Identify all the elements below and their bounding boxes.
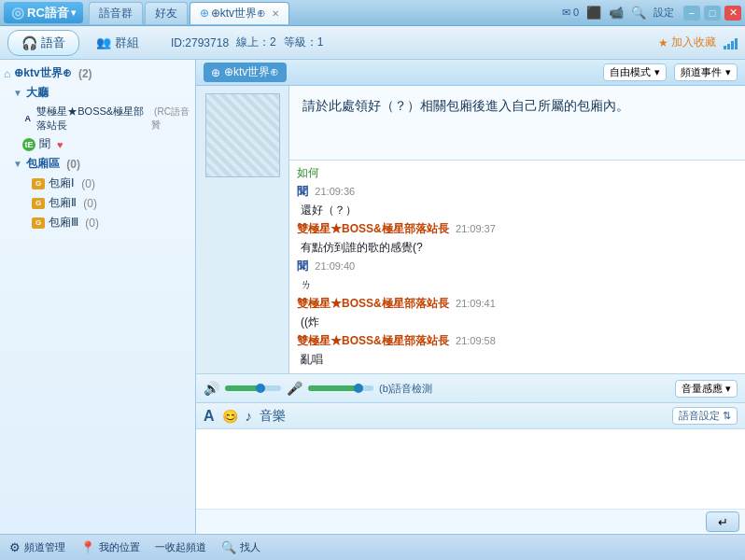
volume-arrow-icon: ▾ bbox=[725, 383, 731, 395]
speaker-slider[interactable] bbox=[225, 385, 281, 391]
room-box-icon-3: G bbox=[32, 217, 45, 229]
channel-badge: ⊕ ⊕ktv世界⊕ bbox=[204, 63, 287, 82]
message-2: 雙極星★BOSS&極星部落站長 21:09:37 bbox=[297, 220, 738, 237]
font-button[interactable]: A bbox=[204, 408, 215, 425]
collapse-icon-2: ▼ bbox=[13, 159, 22, 169]
message-2-text: 有點仿到誰的歌的感覺(? bbox=[297, 239, 738, 256]
close-button[interactable]: ✕ bbox=[724, 6, 741, 21]
channel-badge-icon: ⊕ bbox=[211, 66, 220, 79]
room-box-icon-2: G bbox=[32, 198, 45, 209]
bottom-bar: ⚙ 頻道管理 📍 我的位置 一收起頻道 🔍 找人 bbox=[0, 534, 745, 560]
send-button[interactable]: ↵ bbox=[706, 511, 739, 532]
mail-icon: ✉ 0 bbox=[562, 7, 579, 19]
tab-yuyin[interactable]: 語音群 bbox=[89, 2, 143, 24]
avatar bbox=[205, 93, 280, 177]
detection-label: (b)語音檢測 bbox=[379, 382, 432, 396]
app-logo: ◎ RC語音 ▾ bbox=[4, 2, 83, 23]
mic-icon: 🎤 bbox=[287, 381, 302, 396]
message-4: 雙極星★BOSS&極星部落站長 21:09:41 bbox=[297, 295, 738, 312]
sidebar-room-baoxiang[interactable]: ▼ 包廂區 (0) bbox=[0, 154, 195, 174]
collapse-icon: ▼ bbox=[13, 88, 22, 98]
collapse-channel-button[interactable]: 一收起頻道 bbox=[155, 540, 206, 554]
message-0: 如何 bbox=[297, 164, 738, 181]
star-icon: ★ bbox=[658, 36, 668, 49]
chat-messages[interactable]: 如何 聞 21:09:36 還好（？） 雙極星★BOSS&極星部落站長 21:0… bbox=[289, 161, 745, 373]
enter-icon: ↵ bbox=[718, 515, 728, 529]
message-3: 聞 21:09:40 bbox=[297, 258, 738, 274]
location-icon: 📍 bbox=[80, 540, 95, 554]
message-4-text: ((炸 bbox=[297, 314, 738, 330]
user-icon: tE bbox=[22, 138, 35, 151]
title-bar: ◎ RC語音 ▾ 語音群 好友 ⊕ ⊕ktv世界⊕ ✕ ✉ 0 ⬛ 📹 🔍 設定… bbox=[0, 0, 745, 26]
dropdown-arrow-icon: ▾ bbox=[654, 66, 660, 78]
sidebar-user-wen[interactable]: tE 聞 ♥ bbox=[0, 134, 195, 154]
channel-manage-button[interactable]: ⚙ 頻道管理 bbox=[9, 540, 65, 554]
room-box-icon: G bbox=[32, 178, 45, 189]
sidebar-room-3[interactable]: G 包廂Ⅲ (0) bbox=[0, 213, 195, 232]
chat-content: 請於此處領好（？）相關包廂後進入自己所屬的包廂內。 如何 聞 21:09:36 … bbox=[196, 86, 745, 373]
nav-info: ID:2793718 線上：2 等級：1 bbox=[171, 35, 323, 50]
music-note-icon: ♪ bbox=[246, 408, 253, 424]
nav-tab-yuyin[interactable]: 🎧 語音 bbox=[7, 30, 79, 56]
mode-dropdown[interactable]: 自由模式 ▾ bbox=[603, 63, 667, 81]
send-row: ↵ bbox=[196, 509, 745, 534]
close-tab-icon[interactable]: ✕ bbox=[272, 8, 279, 19]
tab-haoyou[interactable]: 好友 bbox=[145, 2, 188, 24]
heart-icon: ♥ bbox=[54, 139, 63, 150]
admin-icon: A bbox=[22, 112, 33, 125]
speaker-icon: 🔊 bbox=[204, 381, 219, 396]
nav-tab-qunzu[interactable]: 👥 群組 bbox=[83, 31, 152, 55]
sidebar-room-2[interactable]: G 包廂Ⅱ (0) bbox=[0, 193, 195, 213]
find-people-button[interactable]: 🔍 找人 bbox=[221, 540, 260, 554]
sidebar-user-boss[interactable]: A 雙極星★BOSS&極星部落站長 (RC語音贊 bbox=[0, 103, 195, 134]
music-label[interactable]: 音樂 bbox=[260, 408, 286, 425]
message-1-text: 還好（？） bbox=[297, 202, 738, 218]
video-icon[interactable]: 📹 bbox=[609, 6, 624, 20]
nav-actions: ★ 加入收藏 bbox=[658, 35, 738, 50]
volume-dropdown[interactable]: 音量感應 ▾ bbox=[675, 380, 738, 398]
avatar-panel bbox=[196, 86, 289, 373]
message-5: 雙極星★BOSS&極星部落站長 21:09:58 bbox=[297, 332, 738, 349]
sidebar-room-dali[interactable]: ▼ 大廳 bbox=[0, 83, 195, 103]
tab-ktv[interactable]: ⊕ ⊕ktv世界⊕ ✕ bbox=[190, 2, 289, 24]
title-controls: ✉ 0 ⬛ 📹 🔍 設定 − □ ✕ bbox=[562, 6, 741, 21]
home-icon: ⌂ bbox=[4, 67, 10, 80]
settings-arrow-icon: ⇅ bbox=[723, 410, 731, 422]
message-5-text: 亂唱 bbox=[297, 351, 738, 368]
audio-bar: 🔊 🎤 (b)語音檢測 音量感應 ▾ bbox=[196, 373, 745, 403]
group-icon: 👥 bbox=[96, 35, 111, 49]
chat-area: ⊕ ⊕ktv世界⊕ 自由模式 ▾ 頻道事件 ▾ 請於此處領好（？）相關包廂後進入… bbox=[196, 60, 745, 534]
gear-icon: ⚙ bbox=[9, 540, 21, 554]
sidebar-channel-header[interactable]: ⌂ ⊕ktv世界⊕ (2) bbox=[0, 63, 195, 83]
emoji-button[interactable]: 😊 bbox=[222, 409, 238, 424]
maximize-button[interactable]: □ bbox=[704, 6, 721, 21]
minimize-button[interactable]: − bbox=[683, 6, 700, 21]
message-input[interactable] bbox=[196, 429, 745, 509]
voice-settings-button[interactable]: 語音設定 ⇅ bbox=[672, 407, 738, 425]
event-button[interactable]: 頻道事件 ▾ bbox=[674, 63, 738, 81]
add-favorite-button[interactable]: ★ 加入收藏 bbox=[658, 35, 716, 50]
my-location-button[interactable]: 📍 我的位置 bbox=[80, 540, 140, 554]
sidebar-room-1[interactable]: G 包廂Ⅰ (0) bbox=[0, 174, 195, 193]
sidebar: ⌂ ⊕ktv世界⊕ (2) ▼ 大廳 A 雙極星★BOSS&極星部落站長 (RC… bbox=[0, 60, 196, 534]
headset-icon: 🎧 bbox=[21, 35, 37, 50]
input-area: ↵ bbox=[196, 429, 745, 534]
event-arrow-icon: ▾ bbox=[725, 66, 731, 78]
screenshot-icon[interactable]: ⬛ bbox=[586, 6, 601, 20]
signal-strength bbox=[724, 36, 738, 49]
zoom-icon[interactable]: 🔍 bbox=[631, 6, 646, 20]
message-1: 聞 21:09:36 bbox=[297, 183, 738, 200]
mic-slider[interactable] bbox=[308, 385, 373, 391]
input-toolbar: A 😊 ♪ 音樂 語音設定 ⇅ bbox=[196, 403, 745, 429]
settings-label[interactable]: 設定 bbox=[654, 6, 674, 20]
nav-bar: 🎧 語音 👥 群組 ID:2793718 線上：2 等級：1 ★ 加入收藏 bbox=[0, 26, 745, 60]
main-area: ⌂ ⊕ktv世界⊕ (2) ▼ 大廳 A 雙極星★BOSS&極星部落站長 (RC… bbox=[0, 60, 745, 534]
chat-main: 請於此處領好（？）相關包廂後進入自己所屬的包廂內。 如何 聞 21:09:36 … bbox=[289, 86, 745, 373]
message-3-text: ㄌ bbox=[297, 276, 738, 293]
search-icon: 🔍 bbox=[221, 540, 236, 554]
chat-header: ⊕ ⊕ktv世界⊕ 自由模式 ▾ 頻道事件 ▾ bbox=[196, 60, 745, 86]
announcement: 請於此處領好（？）相關包廂後進入自己所屬的包廂內。 bbox=[289, 86, 745, 161]
